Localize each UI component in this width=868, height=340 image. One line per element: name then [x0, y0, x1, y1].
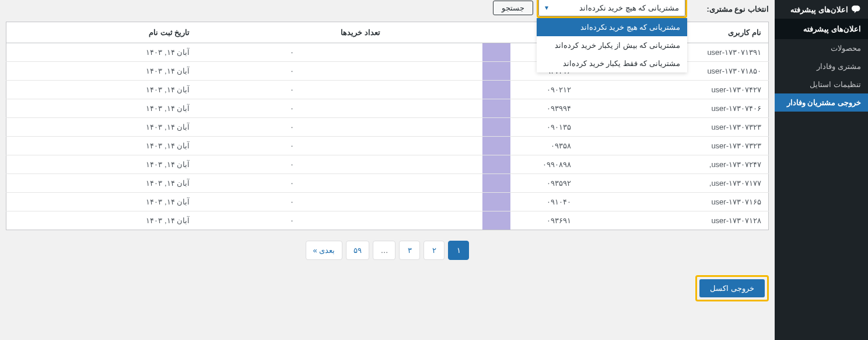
- mobile-redaction-mask: [482, 62, 510, 80]
- mobile-value: ۰۹۳۹۹۴: [547, 104, 571, 113]
- mobile-redaction-mask: [482, 174, 510, 192]
- cell-date: آبان ۱۴, ۱۴۰۳: [6, 62, 197, 81]
- cell-date: آبان ۱۴, ۱۴۰۳: [6, 43, 197, 62]
- page-number[interactable]: ۳: [399, 241, 420, 260]
- search-button[interactable]: جستجو: [493, 1, 533, 15]
- cell-purchases: ۰: [197, 137, 387, 155]
- mobile-value: ۰۹۰۲۱۲: [547, 85, 571, 94]
- cell-date: آبان ۱۴, ۱۴۰۳: [6, 81, 197, 99]
- table-row: user-۱۷۳۰۷۳۲۳۰۹۰۱۳۵۰آبان ۱۴, ۱۴۰۳: [6, 118, 769, 137]
- mobile-redaction-mask: [482, 99, 510, 117]
- cell-mobile: ۰۹۳۶۹۱: [387, 211, 578, 230]
- page-next[interactable]: بعدی »: [306, 241, 343, 260]
- cell-purchases: ۰: [197, 43, 387, 62]
- mobile-value: ۰۹۳۵۸: [551, 141, 571, 150]
- cell-date: آبان ۱۴, ۱۴۰۳: [6, 174, 197, 193]
- export-row: خروجی اکسل: [6, 270, 769, 313]
- table-row: user-۱۷۳۰۷۳۲۳۰۹۳۵۸۰آبان ۱۴, ۱۴۰۳: [6, 137, 769, 155]
- cell-purchases: ۰: [197, 118, 387, 137]
- dropdown-option[interactable]: مشتریانی که بیش از یکبار خرید کرده‌اند: [537, 36, 687, 54]
- page-number[interactable]: ۲: [424, 241, 444, 260]
- cell-mobile: ۰۹۱۰۴۰: [387, 193, 578, 211]
- page-number[interactable]: ۱: [448, 241, 469, 260]
- export-excel-button[interactable]: خروجی اکسل: [699, 279, 765, 297]
- table-row: user-۱۷۳۰۷۲۴۷,۰۹۹۰۸۹۸۰آبان ۱۴, ۱۴۰۳: [6, 155, 769, 174]
- cell-date: آبان ۱۴, ۱۴۰۳: [6, 211, 197, 230]
- cell-username: user-۱۷۳۰۷۴۰۶: [578, 99, 769, 118]
- mobile-redaction-mask: [482, 155, 510, 174]
- cell-username: user-۱۷۳۰۷۲۴۷,: [578, 155, 769, 174]
- customer-type-select-wrap: مشتریانی که هیچ خرید نکرده‌اند ▾ مشتریان…: [537, 0, 687, 18]
- sidebar-plugin-title: اعلان‌های پیشرفته: [790, 5, 848, 14]
- cell-purchases: ۰: [197, 81, 387, 99]
- page-number[interactable]: ۵۹: [346, 241, 369, 260]
- pagination: ۱۲۳…۵۹بعدی »: [6, 230, 769, 270]
- cell-mobile: ۰۹۳۵۸: [387, 137, 578, 155]
- mobile-redaction-mask: [482, 193, 510, 211]
- export-highlight: خروجی اکسل: [695, 275, 769, 301]
- filter-label: انتخاب نوع مشتری:: [706, 5, 769, 13]
- cell-date: آبان ۱۴, ۱۴۰۳: [6, 137, 197, 155]
- cell-username: user-۱۷۳۰۷۴۲۷: [578, 81, 769, 99]
- cell-username: user-۱۷۳۰۷۱۷۷,: [578, 174, 769, 193]
- cell-purchases: ۰: [197, 99, 387, 118]
- dropdown-option[interactable]: مشتریانی که هیچ خرید نکرده‌اند: [537, 18, 687, 36]
- cell-purchases: ۰: [197, 155, 387, 174]
- cell-mobile: ۰۹۰۲۱۲: [387, 81, 578, 99]
- megaphone-icon: [852, 5, 861, 14]
- cell-username: user-۱۷۳۰۷۱۲۸: [578, 211, 769, 230]
- cell-date: آبان ۱۴, ۱۴۰۳: [6, 99, 197, 118]
- chevron-down-icon: ▾: [545, 4, 548, 12]
- table-row: user-۱۷۳۰۷۱۲۸۰۹۳۶۹۱۰آبان ۱۴, ۱۴۰۳: [6, 211, 769, 230]
- admin-sidebar: اعلان‌های پیشرفته اعلان‌های پیشرفته محصو…: [775, 0, 868, 340]
- cell-username: user-۱۷۳۰۷۱۶۵: [578, 193, 769, 211]
- sidebar-item[interactable]: مشتری وفادار: [775, 57, 868, 75]
- sidebar-plugin-header[interactable]: اعلان‌های پیشرفته: [775, 0, 868, 19]
- mobile-redaction-mask: [482, 211, 510, 230]
- page-ellipsis: …: [373, 241, 396, 260]
- table-row: user-۱۷۳۰۷۱۷۷,۰۹۳۵۹۲۰آبان ۱۴, ۱۴۰۳: [6, 174, 769, 193]
- customer-type-selected: مشتریانی که هیچ خرید نکرده‌اند: [579, 4, 679, 12]
- mobile-value: ۰۹۳۶۹۱: [547, 216, 571, 225]
- col-header-purchases: تعداد خریدها: [197, 22, 387, 43]
- cell-date: آبان ۱۴, ۱۴۰۳: [6, 118, 197, 137]
- mobile-value: ۰۹۱۰۴۰: [547, 197, 571, 206]
- cell-mobile: ۰۹۳۵۹۲: [387, 174, 578, 193]
- mobile-value: ۰۹۹۰۸۹۸: [542, 160, 571, 169]
- sidebar-section-title: اعلان‌های پیشرفته: [775, 19, 868, 39]
- cell-purchases: ۰: [197, 193, 387, 211]
- main-content: انتخاب نوع مشتری: مشتریانی که هیچ خرید ن…: [0, 0, 775, 340]
- dropdown-option[interactable]: مشتریانی که فقط یکبار خرید کرده‌اند: [537, 54, 687, 72]
- cell-date: آبان ۱۴, ۱۴۰۳: [6, 155, 197, 174]
- cell-date: آبان ۱۴, ۱۴۰۳: [6, 193, 197, 211]
- cell-purchases: ۰: [197, 211, 387, 230]
- cell-username: user-۱۷۳۰۷۳۲۳: [578, 118, 769, 137]
- cell-mobile: ۰۹۹۰۸۹۸: [387, 155, 578, 174]
- sidebar-item[interactable]: خروجی مشتریان وفادار: [775, 93, 868, 112]
- cell-purchases: ۰: [197, 62, 387, 81]
- customer-type-dropdown: مشتریانی که هیچ خرید نکرده‌اندمشتریانی ک…: [537, 18, 687, 72]
- mobile-redaction-mask: [482, 137, 510, 155]
- sidebar-item[interactable]: تنظیمات استایل: [775, 75, 868, 93]
- mobile-redaction-mask: [482, 81, 510, 99]
- cell-mobile: ۰۹۳۹۹۴: [387, 99, 578, 118]
- customer-type-select[interactable]: مشتریانی که هیچ خرید نکرده‌اند ▾: [538, 0, 685, 16]
- mobile-redaction-mask: [482, 118, 510, 136]
- mobile-value: ۰۹۰۱۳۵: [547, 123, 571, 131]
- cell-mobile: ۰۹۰۱۳۵: [387, 118, 578, 137]
- cell-purchases: ۰: [197, 174, 387, 193]
- table-row: user-۱۷۳۰۷۴۰۶۰۹۳۹۹۴۰آبان ۱۴, ۱۴۰۳: [6, 99, 769, 118]
- table-row: user-۱۷۳۰۷۱۶۵۰۹۱۰۴۰۰آبان ۱۴, ۱۴۰۳: [6, 193, 769, 211]
- sidebar-item[interactable]: محصولات: [775, 39, 868, 57]
- cell-username: user-۱۷۳۰۷۳۲۳: [578, 137, 769, 155]
- table-row: user-۱۷۳۰۷۴۲۷۰۹۰۲۱۲۰آبان ۱۴, ۱۴۰۳: [6, 81, 769, 99]
- col-header-date: تاریخ ثبت نام: [6, 22, 197, 43]
- mobile-value: ۰۹۳۵۹۲: [547, 179, 571, 188]
- mobile-redaction-mask: [482, 43, 510, 61]
